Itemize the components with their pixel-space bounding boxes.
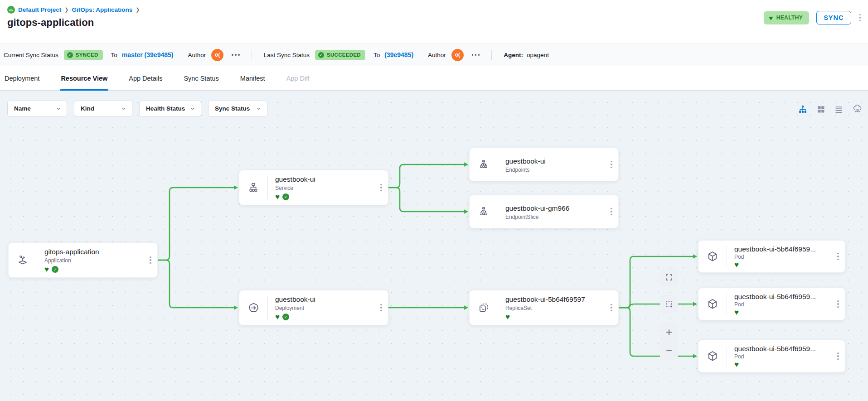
healthy-heart-icon: ♥ <box>275 194 280 200</box>
last-author-avatar: o( <box>451 49 464 61</box>
zoom-in-button[interactable]: + <box>666 327 672 338</box>
fit-to-screen-button[interactable] <box>660 268 678 286</box>
healthy-heart-icon: ♥ <box>734 309 739 316</box>
healthy-heart-icon: ♥ <box>44 266 49 273</box>
node-menu-button[interactable] <box>149 256 152 265</box>
tab-resource-view[interactable]: Resource View <box>60 66 108 90</box>
health-status-badge: ♥ HEALTHY <box>764 11 809 24</box>
node-title: guestbook-ui-gm966 <box>505 204 605 213</box>
node-title: guestbook-ui-5b64f6959... <box>734 293 831 300</box>
synced-check-icon: ✓ <box>52 266 58 273</box>
healthy-heart-icon: ♥ <box>734 262 739 268</box>
node-menu-button[interactable] <box>379 183 383 193</box>
tab-app-diff: App Diff <box>286 66 310 90</box>
current-to-label: To <box>111 52 117 58</box>
breadcrumb: ∞ Default Project ❯ GitOps: Applications… <box>7 6 861 14</box>
selection-mode-button[interactable] <box>660 295 678 314</box>
name-filter-dropdown[interactable]: Name <box>7 101 67 116</box>
list-view-icon[interactable] <box>834 105 843 114</box>
resource-tree-canvas[interactable]: Name Kind Health Status Sync Status <box>0 91 868 401</box>
gitops-logo-icon: ∞ <box>7 6 15 14</box>
node-kind: Service <box>275 185 374 191</box>
node-title: guestbook-ui-5b64f69597 <box>505 295 605 304</box>
last-sync-badge: ✓ SUCCEEDED <box>315 50 365 60</box>
node-kind: Pod <box>734 301 831 308</box>
chevron-down-icon <box>256 106 262 111</box>
healthy-heart-icon: ♥ <box>734 362 739 368</box>
deployment-icon <box>239 290 267 325</box>
current-target-revision-link[interactable]: master (39e9485) <box>122 51 174 58</box>
breadcrumb-section-link[interactable]: GitOps: Applications <box>72 6 133 13</box>
check-circle-icon: ✓ <box>67 52 73 58</box>
node-card-application[interactable]: gitops-application Application ♥ ✓ <box>8 242 158 278</box>
last-more-button[interactable] <box>472 54 480 56</box>
healthy-heart-icon: ♥ <box>275 314 280 320</box>
chevron-down-icon <box>56 106 61 111</box>
tree-view-icon[interactable] <box>798 105 807 114</box>
node-card-deployment[interactable]: guestbook-ui Deployment ♥ ✓ <box>239 290 388 325</box>
health-status-filter-dropdown[interactable]: Health Status <box>139 101 201 116</box>
chevron-right-icon: ❯ <box>136 7 140 13</box>
node-menu-button[interactable] <box>610 160 613 169</box>
node-menu-button[interactable] <box>836 352 840 361</box>
node-menu-button[interactable] <box>836 300 840 309</box>
endpointslice-icon <box>470 195 498 228</box>
tab-sync-status[interactable]: Sync Status <box>183 66 219 90</box>
current-sync-status-label: Current Sync Status <box>4 52 58 58</box>
node-title: guestbook-ui <box>505 157 605 165</box>
healthy-heart-icon: ♥ <box>505 314 510 320</box>
kind-filter-dropdown[interactable]: Kind <box>74 101 132 116</box>
breadcrumb-project-link[interactable]: Default Project <box>18 6 61 13</box>
tab-deployment[interactable]: Deployment <box>4 66 40 90</box>
divider <box>491 50 492 60</box>
chevron-down-icon <box>190 106 195 111</box>
node-card-replicaset[interactable]: guestbook-ui-5b64f69597 ReplicaSet ♥ <box>469 290 619 325</box>
chevron-right-icon: ❯ <box>64 7 68 13</box>
node-title: gitops-application <box>44 248 144 256</box>
node-menu-button[interactable] <box>610 207 613 217</box>
current-author-label: Author <box>188 52 206 58</box>
node-menu-button[interactable] <box>610 303 613 313</box>
cloud-topology-icon[interactable] <box>853 104 863 114</box>
filter-bar: Name Kind Health Status Sync Status <box>7 101 267 116</box>
node-title: guestbook-ui <box>275 295 374 304</box>
node-card-pod[interactable]: guestbook-ui-5b64f6959... Pod ♥ <box>698 288 845 320</box>
current-more-button[interactable] <box>232 54 240 56</box>
node-card-service[interactable]: guestbook-ui Service ♥ ✓ <box>239 170 388 205</box>
check-circle-icon: ✓ <box>318 52 324 58</box>
synced-check-icon: ✓ <box>282 193 289 200</box>
node-card-endpointslice[interactable]: guestbook-ui-gm966 EndpointSlice <box>469 195 619 228</box>
agent-value: opagent <box>527 52 549 58</box>
zoom-out-button[interactable]: − <box>666 345 672 356</box>
sync-status-filter-dropdown[interactable]: Sync Status <box>208 101 267 116</box>
page-title: gitops-application <box>7 17 861 29</box>
node-kind: ReplicaSet <box>505 305 605 311</box>
node-kind: EndpointSlice <box>505 214 605 220</box>
node-card-endpoints[interactable]: guestbook-ui Endpoints <box>469 148 619 181</box>
grid-view-icon[interactable] <box>817 105 825 113</box>
node-kind: Pod <box>734 254 831 260</box>
sync-status-strip: Current Sync Status ✓ SYNCED To master (… <box>0 43 868 66</box>
node-card-pod[interactable]: guestbook-ui-5b64f6959... Pod ♥ <box>698 340 845 372</box>
last-to-label: To <box>373 52 380 58</box>
header-menu-button[interactable] <box>858 13 862 23</box>
service-icon <box>239 170 267 205</box>
sync-button[interactable]: SYNC <box>816 11 851 24</box>
replicaset-icon <box>470 290 498 325</box>
node-title: guestbook-ui <box>275 175 374 184</box>
tab-manifest[interactable]: Manifest <box>239 66 266 90</box>
last-target-revision-link[interactable]: (39e9485) <box>384 51 413 58</box>
page-header: ∞ Default Project ❯ GitOps: Applications… <box>0 0 868 43</box>
zoom-panel: + − <box>660 323 678 360</box>
divider <box>252 50 252 60</box>
node-title: guestbook-ui-5b64f6959... <box>734 345 831 352</box>
tab-app-details[interactable]: App Details <box>128 66 163 90</box>
synced-check-icon: ✓ <box>282 314 289 320</box>
agent-label: Agent: <box>504 52 523 58</box>
node-card-pod[interactable]: guestbook-ui-5b64f6959... Pod ♥ <box>698 240 845 273</box>
endpoints-icon <box>470 148 498 181</box>
node-menu-button[interactable] <box>379 303 383 313</box>
application-icon <box>9 243 37 277</box>
node-menu-button[interactable] <box>836 252 840 261</box>
pod-icon <box>698 241 727 272</box>
